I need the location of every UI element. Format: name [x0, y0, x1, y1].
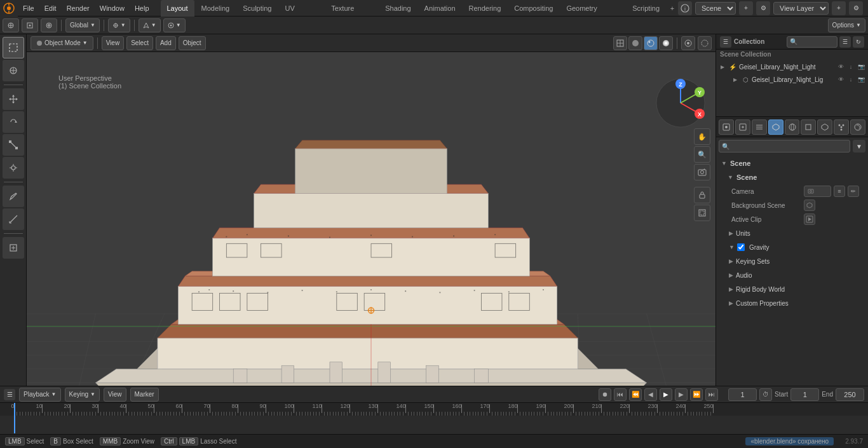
gravity-collapse[interactable]: ▼ Gravity [719, 240, 865, 254]
expand-icon-1[interactable]: ▶ [731, 76, 739, 83]
proportional-btn[interactable] [41, 18, 57, 32]
expand-icon-0[interactable]: ▶ [719, 63, 726, 71]
step-forward-frame-btn[interactable]: ▶ [675, 388, 688, 401]
view-layer-add-icon[interactable]: + [832, 1, 846, 15]
viewport-lock-btn[interactable] [694, 187, 710, 203]
tab-shading[interactable]: Shading [379, 0, 417, 17]
world-props-btn[interactable] [785, 119, 800, 135]
menu-window[interactable]: Window [95, 0, 130, 17]
scene-settings-icon[interactable]: ⚙ [756, 1, 770, 15]
render-icon-1[interactable]: 📷 [857, 75, 865, 84]
view-layer-props-btn[interactable] [752, 119, 767, 135]
timeline-ruler[interactable]: 0102030405060708090100110120130140150160… [0, 403, 868, 416]
overlays-btn[interactable] [681, 36, 695, 50]
render-icon-0[interactable]: 📷 [857, 62, 865, 71]
viewport-object-menu[interactable]: Object [179, 36, 206, 50]
rigid-body-world-collapse[interactable]: ▶ Rigid Body World [719, 282, 865, 296]
options-btn[interactable]: Options ▼ [828, 18, 865, 32]
viewport-select-menu[interactable]: Select [126, 36, 153, 50]
jump-start-btn[interactable]: ⏮ [614, 388, 627, 401]
annotate-tool-btn[interactable] [3, 186, 24, 207]
viewport-view-menu[interactable]: View [102, 36, 125, 50]
shading-rendered-btn[interactable] [659, 36, 673, 50]
jump-end-btn[interactable]: ⏭ [705, 388, 718, 401]
rotate-tool-btn[interactable] [3, 111, 24, 133]
particle-props-btn[interactable] [834, 119, 849, 135]
object-props-btn[interactable] [801, 119, 816, 135]
viewport-render-region-btn[interactable] [694, 205, 710, 221]
select-tool-btn[interactable] [3, 37, 24, 58]
shading-solid-btn[interactable] [628, 36, 642, 50]
view-layer-selector[interactable]: View Layer [773, 2, 829, 15]
render-props-btn[interactable] [719, 119, 734, 135]
object-mode-btn[interactable]: Object Mode ▼ [31, 36, 93, 50]
transform-tool-btn[interactable] [3, 157, 24, 179]
shading-wireframe-btn[interactable] [613, 36, 627, 50]
outliner-item-0[interactable]: ▶ ⚡ Geisel_Library_Night_Light 👁 ↓ 📷 [716, 60, 868, 73]
tab-texture-paint[interactable]: Texture Paint [325, 0, 378, 17]
physics-props-btn[interactable] [850, 119, 865, 135]
select-icon-1[interactable]: ↓ [846, 75, 855, 84]
pivot-btn[interactable]: ▼ [108, 18, 130, 32]
camera-browse-icon[interactable]: ≡ [834, 186, 845, 197]
visibility-icon-0[interactable]: 👁 [836, 62, 845, 71]
gravity-checkbox[interactable] [737, 243, 745, 251]
menu-help[interactable]: Help [130, 0, 154, 17]
viewport-zoom-btn[interactable]: 🔍 [694, 146, 710, 163]
start-frame-input[interactable] [790, 388, 819, 401]
viewport-camera-btn[interactable] [694, 164, 710, 180]
proportional-connected-btn[interactable]: ▼ [163, 18, 186, 32]
scene-add-icon[interactable]: + [739, 1, 753, 15]
snap-toggle-btn[interactable]: ▼ [139, 18, 161, 32]
current-frame-input[interactable] [728, 388, 757, 401]
viewport-hand-btn[interactable]: ✋ [694, 128, 710, 145]
viewport-add-menu[interactable]: Add [156, 36, 176, 50]
scene-section-header[interactable]: ▼ Scene [719, 156, 865, 170]
step-forward-btn[interactable]: ⏩ [690, 388, 703, 401]
step-back-frame-btn[interactable]: ◀ [644, 388, 657, 401]
step-back-btn[interactable]: ⏪ [629, 388, 642, 401]
move-tool-btn[interactable] [3, 88, 24, 110]
cursor-tool-btn[interactable] [3, 60, 24, 81]
scene-selector[interactable]: Scene [695, 2, 736, 15]
timeline-menu-icon[interactable]: ☰ [4, 389, 15, 400]
viewport-gizmo[interactable]: Z X Y [652, 74, 709, 132]
outliner-item-1[interactable]: ▶ ⬡ Geisel_Library_Night_Lig 👁 ↓ 📷 [716, 73, 868, 86]
menu-edit[interactable]: Edit [39, 0, 62, 17]
outliner-filter-icon[interactable]: ☰ [839, 36, 851, 48]
end-frame-input[interactable] [836, 388, 864, 401]
prop-options-icon[interactable]: ▼ [853, 140, 865, 153]
transform-global-btn[interactable]: Global ▼ [65, 18, 100, 32]
tab-layout[interactable]: Layout [161, 0, 194, 17]
tab-animation[interactable]: Animation [418, 0, 462, 17]
tab-scripting[interactable]: Scripting [626, 0, 666, 17]
select-icon-0[interactable]: ↓ [846, 62, 855, 71]
visibility-icon-1[interactable]: 👁 [836, 75, 845, 84]
view-layer-settings-icon[interactable]: ⚙ [849, 1, 863, 15]
viewport-canvas[interactable]: User Perspective (1) Scene Collection Z … [27, 52, 715, 386]
tab-rendering[interactable]: Rendering [463, 0, 508, 17]
view-btn[interactable]: View [104, 388, 126, 402]
tab-sculpting[interactable]: Sculpting [236, 0, 278, 17]
scale-tool-btn[interactable] [3, 134, 24, 156]
tab-compositing[interactable]: Compositing [508, 0, 559, 17]
keying-sets-collapse[interactable]: ▶ Keying Sets [719, 254, 865, 268]
scene-props-btn[interactable] [768, 119, 783, 135]
camera-value[interactable] [804, 186, 831, 197]
tab-modeling[interactable]: Modeling [195, 0, 236, 17]
add-cube-btn[interactable] [3, 237, 24, 259]
marker-btn[interactable]: Marker [130, 388, 159, 402]
keying-btn[interactable]: Keying ▼ [65, 388, 100, 402]
background-scene-icon[interactable] [804, 200, 815, 211]
measure-tool-btn[interactable] [3, 208, 24, 230]
viewport-area[interactable]: Object Mode ▼ View Select Add Object [27, 34, 715, 386]
menu-file[interactable]: File [18, 0, 39, 17]
custom-properties-collapse[interactable]: ▶ Custom Properties [719, 296, 865, 310]
outliner-menu-icon[interactable]: ☰ [720, 36, 731, 48]
tab-uv-editing[interactable]: UV Editing [278, 0, 324, 17]
transform-cursor-btn[interactable] [3, 18, 19, 32]
xray-btn[interactable] [698, 36, 712, 50]
modifier-props-btn[interactable] [817, 119, 832, 135]
tab-add[interactable]: + [667, 0, 678, 17]
scene-sub-header[interactable]: ▼ Scene [725, 170, 865, 184]
